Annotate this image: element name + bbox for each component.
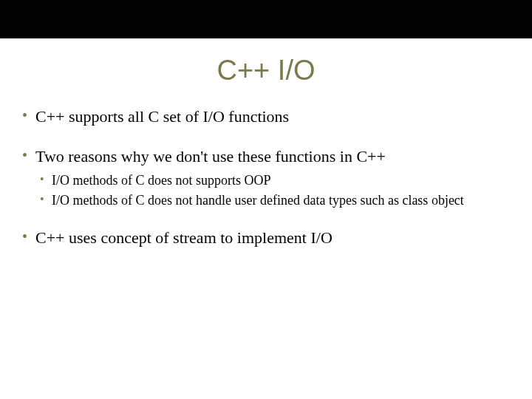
list-item: I/O methods of C does not handle user de… <box>35 191 511 209</box>
sub-bullet-list: I/O methods of C does not supports OOP I… <box>35 171 511 209</box>
bullet-text: C++ uses concept of stream to implement … <box>35 228 332 247</box>
bullet-list: C++ supports all C set of I/O functions … <box>21 106 511 249</box>
slide-title: C++ I/O <box>0 55 532 86</box>
bullet-text: Two reasons why we don't use these funct… <box>35 147 386 166</box>
list-item: C++ supports all C set of I/O functions <box>21 106 511 128</box>
list-item: I/O methods of C does not supports OOP <box>35 171 511 189</box>
list-item: C++ uses concept of stream to implement … <box>21 227 511 249</box>
bullet-text: I/O methods of C does not handle user de… <box>52 193 464 208</box>
slide-content: C++ supports all C set of I/O functions … <box>0 106 532 249</box>
list-item: Two reasons why we don't use these funct… <box>21 146 511 209</box>
bullet-text: C++ supports all C set of I/O functions <box>35 107 289 126</box>
top-bar <box>0 0 532 38</box>
bullet-text: I/O methods of C does not supports OOP <box>52 173 271 188</box>
